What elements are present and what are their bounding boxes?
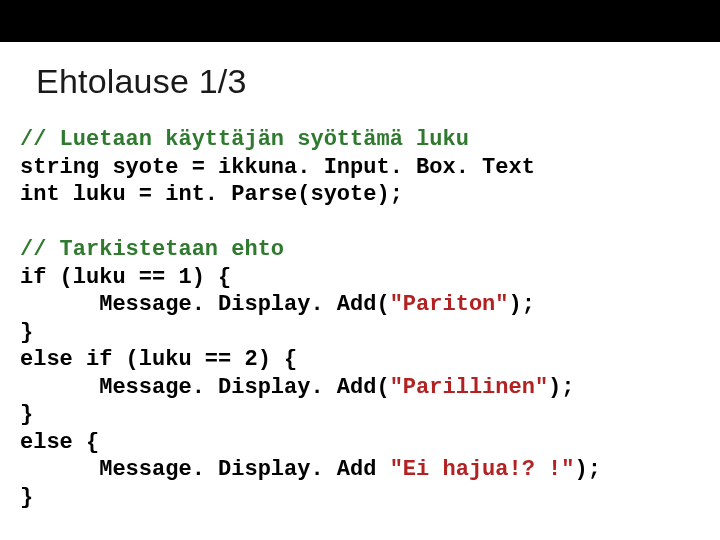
code-line-6a: Message. Display. Add( bbox=[20, 292, 390, 317]
code-string-2: "Parillinen" bbox=[390, 375, 548, 400]
code-line-9b: ); bbox=[548, 375, 574, 400]
code-line-12a: Message. Display. Add bbox=[20, 457, 390, 482]
code-line-5: if (luku == 1) { bbox=[20, 265, 231, 290]
code-line-12b: ); bbox=[575, 457, 601, 482]
code-line-7: } bbox=[20, 320, 33, 345]
code-line-13: } bbox=[20, 485, 33, 510]
slide-title: Ehtolause 1/3 bbox=[36, 62, 247, 101]
code-string-3: "Ei hajua!? !" bbox=[390, 457, 575, 482]
code-line-10: } bbox=[20, 402, 33, 427]
code-line-8: else if (luku == 2) { bbox=[20, 347, 297, 372]
top-bar bbox=[0, 0, 720, 42]
code-line-3: int luku = int. Parse(syote); bbox=[20, 182, 403, 207]
code-comment-1: // Luetaan käyttäjän syöttämä luku bbox=[20, 127, 469, 152]
code-line-11: else { bbox=[20, 430, 99, 455]
code-line-6b: ); bbox=[509, 292, 535, 317]
code-comment-2: // Tarkistetaan ehto bbox=[20, 237, 284, 262]
code-block: // Luetaan käyttäjän syöttämä luku strin… bbox=[20, 126, 696, 511]
slide: Ehtolause 1/3 // Luetaan käyttäjän syött… bbox=[0, 0, 720, 540]
code-string-1: "Pariton" bbox=[390, 292, 509, 317]
code-line-2: string syote = ikkuna. Input. Box. Text bbox=[20, 155, 535, 180]
code-line-9a: Message. Display. Add( bbox=[20, 375, 390, 400]
